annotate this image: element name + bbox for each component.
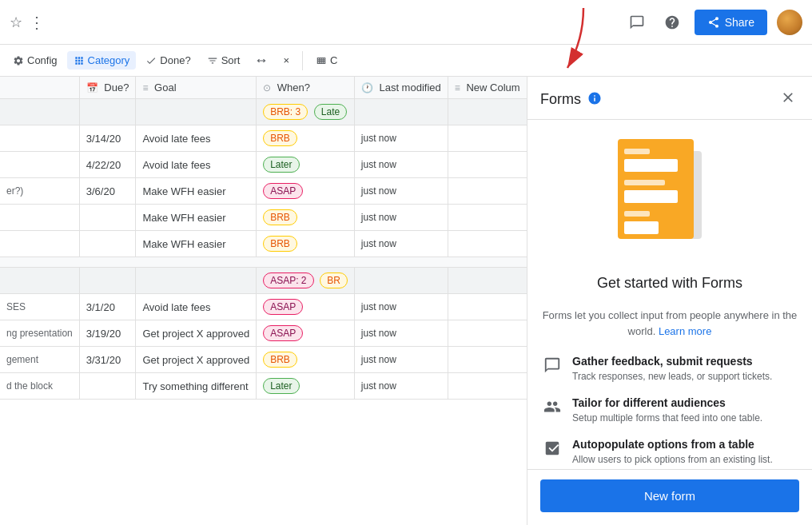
- group2-goal: [136, 268, 257, 294]
- new-form-button[interactable]: New form: [540, 479, 799, 512]
- row-extra: [448, 231, 527, 257]
- row-modified: just now: [354, 347, 448, 373]
- group2-check: [0, 268, 79, 294]
- form-line: [624, 180, 665, 185]
- row-goal: Avoid late fees: [136, 294, 257, 320]
- row-check: [0, 152, 79, 178]
- tag-later: Later: [263, 378, 299, 394]
- tag-brb-count: BRB: 3: [263, 104, 308, 120]
- done-button[interactable]: Done?: [139, 51, 197, 70]
- group-check: [0, 99, 79, 125]
- forms-panel: Forms: [527, 77, 812, 525]
- row-check: [0, 205, 79, 231]
- row-due: [79, 205, 136, 231]
- row-check: [0, 125, 79, 152]
- forms-title: Forms: [540, 91, 581, 108]
- adjust-button[interactable]: [249, 52, 273, 70]
- group2-due: [79, 268, 136, 294]
- row-due: [79, 231, 136, 257]
- forms-description: Forms let you collect input from people …: [540, 308, 799, 339]
- feature-item-audiences: Tailor for different audiences Setup mul…: [543, 396, 796, 425]
- tag-later: Late: [314, 104, 347, 120]
- row-extra: [448, 205, 527, 231]
- table-row: 4/22/20 Avoid late fees Later just now: [0, 152, 527, 178]
- spacer-row: [0, 257, 527, 268]
- row-due: 3/1/20: [79, 294, 136, 320]
- share-label: Share: [725, 16, 754, 29]
- table-row: ng presentation 3/19/20 Get project X ap…: [0, 320, 527, 347]
- grid-view-button[interactable]: C: [309, 51, 344, 70]
- row-due: 3/19/20: [79, 320, 136, 347]
- avatar[interactable]: [777, 10, 802, 35]
- col-modified: 🕐 Last modified: [354, 77, 448, 99]
- app-header: ☆ ⋮ Share: [0, 0, 812, 45]
- main-area: 📅 Due? ≡ Goal ⊙ When? 🕐: [0, 77, 812, 525]
- form-line: [624, 211, 650, 217]
- row-due: 4/22/20: [79, 152, 136, 178]
- row-modified: just now: [354, 320, 448, 347]
- share-button[interactable]: Share: [695, 10, 767, 35]
- forms-content: Get started with Forms Forms let you col…: [527, 120, 812, 469]
- illustration-container: [618, 139, 722, 259]
- row-check: [0, 231, 79, 257]
- row-extra: [448, 125, 527, 152]
- header-left: ☆ ⋮: [10, 13, 46, 32]
- forms-illustration: [618, 139, 722, 259]
- forms-info-icon[interactable]: [587, 91, 602, 109]
- category-button[interactable]: Category: [67, 51, 137, 70]
- forms-header: Forms: [527, 77, 812, 120]
- row-when: Later: [257, 373, 355, 400]
- feedback-icon: [543, 356, 563, 376]
- tag-asap: ASAP: [263, 183, 303, 199]
- feature-desc: Allow users to pick options from an exis…: [572, 452, 796, 467]
- learn-more-link[interactable]: Learn more: [659, 325, 711, 337]
- table-scroll[interactable]: 📅 Due? ≡ Goal ⊙ When? 🕐: [0, 77, 527, 525]
- table-row: Make WFH easier BRB just now: [0, 231, 527, 257]
- row-modified: just now: [354, 205, 448, 231]
- feature-desc: Track responses, new leads, or support t…: [572, 369, 796, 384]
- audiences-icon: [543, 398, 563, 417]
- feature-title: Autopopulate options from a table: [572, 438, 796, 451]
- row-goal: Try something different: [136, 373, 257, 400]
- form-line: [624, 149, 650, 154]
- group-modified: [354, 99, 448, 125]
- config-button[interactable]: Config: [6, 51, 64, 70]
- table-row: d the block Try something different Late…: [0, 373, 527, 400]
- tag-asap: ASAP: [263, 325, 303, 341]
- row-modified: just now: [354, 373, 448, 400]
- row-modified: just now: [354, 178, 448, 205]
- row-modified: just now: [354, 231, 448, 257]
- row-extra: [448, 152, 527, 178]
- done-label: Done?: [160, 54, 190, 66]
- table-row: er?) 3/6/20 Make WFH easier ASAP just no…: [0, 178, 527, 205]
- more-options-icon[interactable]: ⋮: [29, 13, 46, 32]
- chat-button[interactable]: [624, 10, 650, 35]
- forms-title-row: Forms: [540, 91, 602, 109]
- help-button[interactable]: [659, 10, 685, 35]
- feature-text: Gather feedback, submit requests Track r…: [572, 355, 796, 384]
- table-container: 📅 Due? ≡ Goal ⊙ When? 🕐: [0, 77, 527, 525]
- row-goal: Make WFH easier: [136, 231, 257, 257]
- sort-button[interactable]: Sort: [201, 51, 247, 70]
- forms-close-icon[interactable]: [777, 86, 799, 113]
- feature-item-feedback: Gather feedback, submit requests Track r…: [543, 355, 796, 384]
- feature-text: Tailor for different audiences Setup mul…: [572, 396, 796, 425]
- row-when: BRB: [257, 231, 355, 257]
- features-list: Gather feedback, submit requests Track r…: [540, 355, 799, 467]
- star-icon[interactable]: ☆: [10, 14, 22, 31]
- row-goal: Make WFH easier: [136, 178, 257, 205]
- toolbar-divider: [302, 51, 303, 70]
- row-when: ASAP: [257, 178, 355, 205]
- row-when: BRB: [257, 347, 355, 373]
- feature-title: Gather feedback, submit requests: [572, 355, 796, 368]
- row-due: 3/14/20: [79, 125, 136, 152]
- row-when: BRB: [257, 125, 355, 152]
- config-label: Config: [27, 54, 58, 66]
- close-filter-button[interactable]: ×: [277, 51, 296, 70]
- form-box: [624, 159, 678, 172]
- group-due: [79, 99, 136, 125]
- row-due: 3/6/20: [79, 178, 136, 205]
- row-when: ASAP: [257, 294, 355, 320]
- group2-when: ASAP: 2 BR: [257, 268, 355, 294]
- row-goal: Avoid late fees: [136, 152, 257, 178]
